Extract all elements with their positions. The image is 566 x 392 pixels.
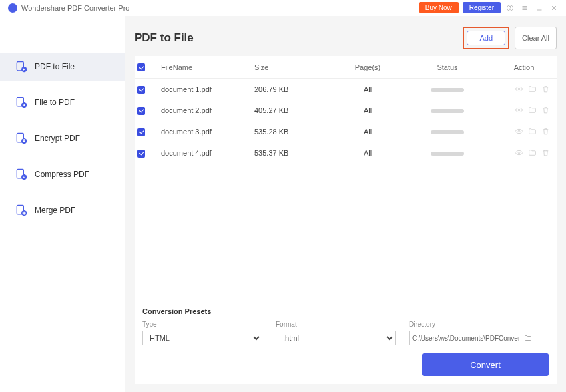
type-select[interactable]: HTML bbox=[142, 331, 262, 345]
cell-pages: All bbox=[334, 85, 401, 93]
pdf-to-file-icon bbox=[15, 60, 28, 73]
cell-size: 405.27 KB bbox=[254, 106, 334, 114]
cell-filename: document 4.pdf bbox=[161, 149, 254, 157]
svg-point-21 bbox=[518, 130, 520, 132]
sidebar-item-label: File to PDF bbox=[35, 98, 75, 107]
cell-filename: document 1.pdf bbox=[161, 85, 254, 93]
svg-point-1 bbox=[510, 9, 511, 10]
row-checkbox[interactable] bbox=[137, 128, 145, 136]
open-folder-icon[interactable] bbox=[528, 127, 537, 137]
table-row: document 3.pdf535.28 KBAll bbox=[135, 121, 557, 142]
presets-title: Conversion Presets bbox=[142, 307, 549, 315]
sidebar-item-file-to-pdf[interactable]: File to PDF bbox=[0, 89, 125, 116]
directory-input[interactable] bbox=[410, 335, 521, 342]
table-row: document 1.pdf206.79 KBAll bbox=[135, 79, 557, 100]
sidebar-item-label: Compress PDF bbox=[35, 170, 89, 179]
svg-rect-14 bbox=[23, 140, 25, 142]
compress-pdf-icon bbox=[15, 168, 28, 181]
row-checkbox[interactable] bbox=[137, 107, 145, 115]
app-title: Wondershare PDF Converter Pro bbox=[21, 4, 129, 12]
col-action: Action bbox=[494, 63, 554, 71]
file-table: FileName Size Page(s) Status Action docu… bbox=[135, 56, 557, 384]
col-size: Size bbox=[254, 63, 334, 71]
browse-folder-icon[interactable] bbox=[521, 334, 535, 342]
cell-status bbox=[401, 128, 494, 136]
sidebar-item-compress-pdf[interactable]: Compress PDF bbox=[0, 160, 125, 188]
register-button[interactable]: Register bbox=[463, 2, 501, 13]
col-pages: Page(s) bbox=[334, 63, 401, 71]
table-header: FileName Size Page(s) Status Action bbox=[135, 56, 557, 79]
titlebar-controls: Buy Now Register bbox=[419, 2, 559, 13]
row-checkbox[interactable] bbox=[137, 150, 145, 158]
merge-pdf-icon bbox=[15, 204, 28, 217]
cell-pages: All bbox=[334, 149, 401, 157]
delete-icon[interactable] bbox=[541, 148, 550, 158]
page-title: PDF to File bbox=[135, 31, 194, 45]
format-select[interactable]: .html bbox=[276, 331, 396, 345]
table-row: document 4.pdf535.37 KBAll bbox=[135, 142, 557, 164]
file-to-pdf-icon bbox=[15, 96, 28, 109]
sidebar-item-pdf-to-file[interactable]: PDF to File bbox=[0, 53, 125, 81]
cell-actions bbox=[494, 85, 554, 95]
delete-icon[interactable] bbox=[541, 127, 550, 137]
preview-icon[interactable] bbox=[515, 127, 523, 137]
delete-icon[interactable] bbox=[541, 106, 550, 116]
clear-all-button[interactable]: Clear All bbox=[515, 27, 557, 49]
sidebar-item-encrypt-pdf[interactable]: Encrypt PDF bbox=[0, 124, 125, 152]
cell-size: 206.79 KB bbox=[254, 85, 334, 93]
cell-pages: All bbox=[334, 106, 401, 114]
sidebar-item-merge-pdf[interactable]: Merge PDF bbox=[0, 196, 125, 224]
preview-icon[interactable] bbox=[515, 148, 523, 158]
cell-actions bbox=[494, 127, 554, 137]
close-icon[interactable] bbox=[549, 3, 559, 13]
open-folder-icon[interactable] bbox=[528, 106, 537, 116]
convert-button[interactable]: Convert bbox=[422, 353, 549, 376]
type-label: Type bbox=[142, 321, 262, 328]
svg-point-16 bbox=[21, 174, 27, 180]
sidebar-item-label: Merge PDF bbox=[35, 206, 75, 215]
col-filename: FileName bbox=[161, 63, 254, 71]
cell-filename: document 2.pdf bbox=[161, 106, 254, 114]
open-folder-icon[interactable] bbox=[528, 85, 537, 95]
cell-filename: document 3.pdf bbox=[161, 128, 254, 136]
svg-point-20 bbox=[518, 109, 520, 111]
preview-icon[interactable] bbox=[515, 106, 523, 116]
conversion-presets: Conversion Presets Type HTML Format .htm… bbox=[135, 301, 557, 384]
cell-status bbox=[401, 106, 494, 114]
titlebar: Wondershare PDF Converter Pro Buy Now Re… bbox=[0, 0, 566, 16]
help-icon[interactable] bbox=[505, 3, 515, 13]
cell-status bbox=[401, 149, 494, 157]
cell-actions bbox=[494, 106, 554, 116]
sidebar-item-label: PDF to File bbox=[35, 62, 75, 71]
cell-size: 535.28 KB bbox=[254, 128, 334, 136]
cell-actions bbox=[494, 148, 554, 158]
preview-icon[interactable] bbox=[515, 85, 523, 95]
add-highlight: Add bbox=[463, 27, 509, 49]
minimize-icon[interactable] bbox=[534, 3, 545, 13]
sidebar: PDF to File File to PDF Encrypt PDF Comp… bbox=[0, 16, 125, 392]
format-label: Format bbox=[276, 321, 396, 328]
col-status: Status bbox=[401, 63, 494, 71]
buy-now-button[interactable]: Buy Now bbox=[419, 2, 459, 13]
table-row: document 2.pdf405.27 KBAll bbox=[135, 100, 557, 121]
sidebar-item-label: Encrypt PDF bbox=[35, 134, 80, 143]
cell-status bbox=[401, 85, 494, 93]
add-button[interactable]: Add bbox=[467, 31, 505, 45]
menu-icon[interactable] bbox=[519, 3, 530, 13]
directory-label: Directory bbox=[409, 321, 535, 328]
open-folder-icon[interactable] bbox=[528, 148, 537, 158]
encrypt-pdf-icon bbox=[15, 132, 28, 145]
main-panel: PDF to File Add Clear All FileName Size … bbox=[125, 16, 566, 392]
svg-point-22 bbox=[518, 152, 520, 154]
svg-point-19 bbox=[518, 88, 520, 90]
cell-size: 535.37 KB bbox=[254, 149, 334, 157]
app-logo-icon bbox=[8, 3, 17, 13]
select-all-checkbox[interactable] bbox=[137, 63, 145, 71]
row-checkbox[interactable] bbox=[137, 86, 145, 94]
cell-pages: All bbox=[334, 128, 401, 136]
delete-icon[interactable] bbox=[541, 85, 550, 95]
